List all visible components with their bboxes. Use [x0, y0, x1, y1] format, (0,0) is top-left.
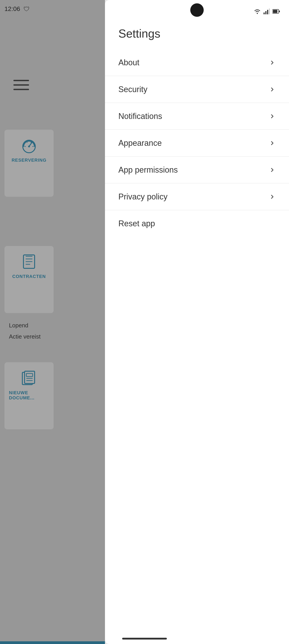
notifications-menu-item[interactable]: Notifications	[105, 103, 289, 130]
privacy-policy-menu-item[interactable]: Privacy policy	[105, 183, 289, 210]
security-menu-item[interactable]: Security	[105, 76, 289, 103]
security-chevron-icon	[269, 86, 276, 93]
notifications-label: Notifications	[118, 112, 162, 121]
camera-dot	[190, 3, 204, 17]
appearance-menu-item[interactable]: Appearance	[105, 130, 289, 156]
reset-app-label: Reset app	[118, 219, 155, 228]
appearance-chevron-icon	[269, 140, 276, 146]
notch-area	[105, 0, 289, 17]
settings-title: Settings	[118, 27, 276, 40]
home-indicator	[122, 638, 167, 640]
app-permissions-menu-item[interactable]: App permissions	[105, 156, 289, 183]
privacy-policy-chevron-icon	[269, 194, 276, 200]
about-chevron-icon	[269, 59, 276, 66]
app-permissions-chevron-icon	[269, 166, 276, 173]
security-label: Security	[118, 85, 147, 94]
about-menu-item[interactable]: About	[105, 49, 289, 76]
reset-app-menu-item[interactable]: Reset app	[105, 210, 289, 237]
privacy-policy-label: Privacy policy	[118, 192, 168, 202]
scrim-overlay	[0, 0, 105, 644]
settings-menu-list: About Security Notifications	[105, 49, 289, 644]
notifications-chevron-icon	[269, 113, 276, 120]
about-label: About	[118, 58, 139, 67]
appearance-label: Appearance	[118, 138, 162, 148]
app-permissions-label: App permissions	[118, 165, 178, 175]
settings-panel: Settings About Security Notifications	[105, 0, 289, 644]
settings-title-area: Settings	[105, 20, 289, 49]
